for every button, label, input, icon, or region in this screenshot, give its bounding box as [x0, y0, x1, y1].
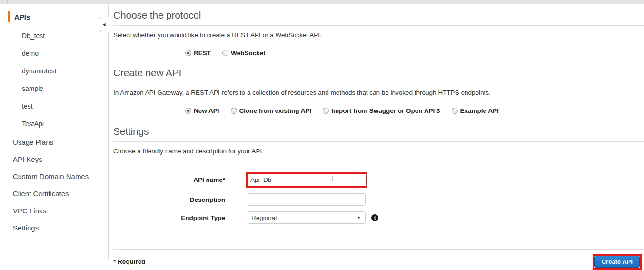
radio-button-icon: [185, 108, 191, 114]
sidebar-item-test[interactable]: test: [0, 98, 108, 115]
radio-button-icon: [452, 108, 458, 114]
strip-divider: [104, 0, 104, 4]
strip-divider: [7, 0, 8, 4]
section-divider: [113, 25, 644, 26]
sidebar-item-sample[interactable]: sample: [0, 80, 108, 98]
sidebar-item-testapi[interactable]: TestApi: [0, 115, 108, 133]
radio-example-api[interactable]: Example API: [452, 107, 499, 114]
api-name-input[interactable]: [248, 174, 366, 186]
radio-websocket-label: WebSocket: [231, 50, 266, 57]
strip-divider: [545, 0, 545, 4]
radio-example-api-label: Example API: [460, 107, 499, 114]
footer: * Required Create API: [113, 254, 644, 270]
section-divider: [113, 141, 644, 142]
endpoint-type-label: Endpoint Type: [113, 214, 225, 221]
radio-import-swagger-label: Import from Swagger or Open API 3: [331, 107, 440, 114]
settings-form: API name* I Description Endpoint Type Re…: [113, 172, 644, 224]
sidebar-item-usage-plans[interactable]: Usage Plans: [0, 134, 108, 151]
radio-websocket[interactable]: WebSocket: [222, 50, 266, 57]
radio-button-icon: [323, 108, 329, 114]
sidebar-item-demo[interactable]: demo: [0, 45, 108, 62]
settings-description: Choose a friendly name and description f…: [113, 148, 644, 155]
radio-button-icon: [231, 108, 237, 114]
endpoint-type-select[interactable]: Regional ▼: [248, 211, 366, 224]
sidebar-item-dynamotest[interactable]: dynamotest: [0, 62, 108, 80]
protocol-description: Select whether you would like to create …: [113, 31, 644, 39]
sidebar-item-custom-domain-names[interactable]: Custom Domain Names: [0, 168, 108, 185]
sidebar-item-settings[interactable]: Settings: [0, 220, 108, 237]
sidebar-item-apis[interactable]: APIs: [0, 11, 108, 22]
sidebar-collapse-button[interactable]: ◀: [99, 17, 109, 32]
description-row: Description: [113, 193, 644, 206]
active-accent-bar: [8, 11, 10, 22]
radio-new-api-label: New API: [194, 107, 219, 114]
strip-divider: [601, 0, 601, 4]
page-title-protocol: Choose the protocol: [113, 10, 644, 21]
page-title-settings: Settings: [113, 126, 644, 137]
radio-rest[interactable]: REST: [185, 50, 211, 57]
text-caret: [272, 176, 272, 184]
radio-button-icon: [222, 50, 228, 56]
footer-divider: [113, 249, 644, 250]
radio-rest-label: REST: [194, 50, 211, 57]
create-api-radio-group: New API Clone from existing API Import f…: [185, 107, 644, 114]
nav-list: Usage Plans API Keys Custom Domain Names…: [0, 134, 108, 237]
sidebar: APIs Db_test demo dynamotest sample test…: [0, 5, 109, 259]
info-icon[interactable]: i: [371, 214, 378, 221]
sidebar-item-vpc-links[interactable]: VPC Links: [0, 202, 108, 220]
description-label: Description: [113, 196, 225, 203]
sidebar-apis-label: APIs: [14, 13, 30, 21]
radio-new-api[interactable]: New API: [185, 107, 219, 114]
section-settings: Settings Choose a friendly name and desc…: [113, 126, 644, 224]
endpoint-type-value: Regional: [251, 214, 277, 221]
api-name-row: API name* I: [113, 172, 644, 188]
section-divider: [113, 83, 644, 83]
create-api-description: In Amazon API Gateway, a REST API refers…: [113, 89, 644, 96]
api-name-label: API name*: [113, 176, 225, 183]
radio-import-swagger[interactable]: Import from Swagger or Open API 3: [323, 107, 440, 114]
section-choose-protocol: Choose the protocol Select whether you w…: [113, 10, 644, 57]
chevron-left-icon: ◀: [102, 23, 105, 27]
sidebar-item-api-keys[interactable]: API Keys: [0, 151, 108, 168]
radio-button-icon: [185, 50, 191, 56]
radio-clone-api-label: Clone from existing API: [239, 107, 312, 114]
description-input[interactable]: [248, 193, 366, 206]
annotation-highlight-box: I: [246, 172, 367, 188]
chevron-down-icon: ▼: [357, 216, 361, 220]
create-api-button[interactable]: Create API: [594, 256, 640, 268]
api-list: Db_test demo dynamotest sample test Test…: [0, 27, 108, 133]
radio-clone-api[interactable]: Clone from existing API: [231, 107, 312, 114]
required-note: * Required: [113, 258, 146, 265]
endpoint-type-row: Endpoint Type Regional ▼ i: [113, 211, 644, 224]
sidebar-item-db-test[interactable]: Db_test: [0, 27, 108, 45]
annotation-highlight-box: Create API: [593, 254, 642, 270]
page-title-create-api: Create new API: [113, 67, 644, 79]
main-content: Choose the protocol Select whether you w…: [109, 5, 644, 270]
sidebar-item-client-certificates[interactable]: Client Certificates: [0, 185, 108, 202]
section-create-new-api: Create new API In Amazon API Gateway, a …: [113, 67, 644, 114]
browser-strip: [0, 0, 644, 4]
protocol-radio-group: REST WebSocket: [185, 50, 644, 57]
